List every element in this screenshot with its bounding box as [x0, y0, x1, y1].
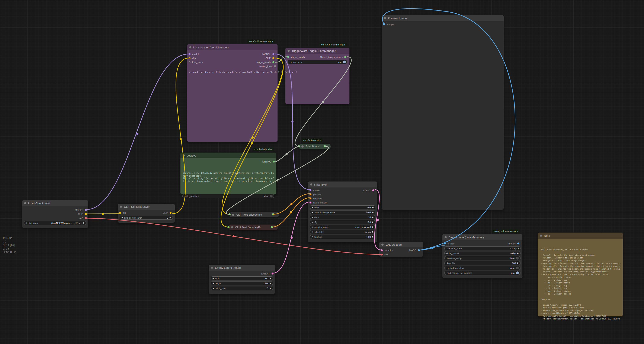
- embed-workflow-toggle[interactable]: embed_workflowfalse: [444, 266, 520, 270]
- node-header[interactable]: Preview Image: [382, 15, 504, 21]
- clip-input-slot[interactable]: [188, 57, 190, 59]
- comfyui-canvas[interactable]: T: 0.00s I: 0 N: 14 [14] V: 28 FPS:58.82…: [0, 0, 644, 344]
- seed-widget[interactable]: ◀seed409▶: [310, 206, 376, 210]
- trigger-words-output-slot[interactable]: [272, 61, 274, 63]
- node-clip-text-encode-negative[interactable]: CLIP Text Encode (Pr: [228, 224, 278, 230]
- quality-widget[interactable]: ◀quality100▶: [444, 261, 520, 265]
- right-arrow-icon[interactable]: ▶: [517, 252, 519, 254]
- scheduler-widget[interactable]: ◀schedulerkarras▶: [310, 230, 376, 234]
- left-arrow-icon[interactable]: ◀: [122, 217, 123, 218]
- prompt-textarea[interactable]: highres, very detailed, amazing quality,…: [182, 172, 274, 196]
- node-note[interactable]: Note Available filename_prefix Pattern C…: [538, 232, 623, 316]
- width-widget[interactable]: ◀width832▶: [211, 276, 273, 280]
- clip-text-encode-1-output-slot[interactable]: [272, 213, 274, 216]
- left-arrow-icon[interactable]: ◀: [312, 216, 313, 218]
- images-input-slot[interactable]: [383, 23, 385, 25]
- toggle-on-icon[interactable]: [516, 272, 519, 274]
- clip-text-encode-2-output-slot[interactable]: [271, 226, 273, 228]
- collapse-dot[interactable]: [288, 50, 290, 52]
- node-header[interactable]: Empty Latent Image: [209, 265, 275, 271]
- node-ksampler[interactable]: KSampler modelLATENT positive negative l…: [308, 181, 378, 242]
- right-arrow-icon[interactable]: ▶: [517, 262, 519, 264]
- right-arrow-icon[interactable]: ▶: [372, 221, 374, 223]
- vae-output-slot[interactable]: [85, 217, 87, 219]
- node-clip-set-last-layer[interactable]: CLIP Set Last Layer clipCLIP ◀stop_at_cl…: [118, 204, 175, 223]
- samples-input-slot[interactable]: [381, 249, 383, 251]
- left-arrow-icon[interactable]: ◀: [26, 222, 27, 224]
- denoise-widget[interactable]: ◀denoise1.00▶: [310, 235, 376, 239]
- sampler-name-widget[interactable]: ◀sampler_nameeuler_ancestral▶: [310, 225, 376, 229]
- height-widget[interactable]: ◀height1216▶: [211, 281, 273, 285]
- note-textarea[interactable]: Available filename_prefix Pattern Codes …: [540, 248, 620, 320]
- left-arrow-icon[interactable]: ◀: [212, 287, 214, 289]
- node-lora-loader[interactable]: Lora Loader (LoraManager) modelMODEL cli…: [187, 44, 278, 142]
- lora-stack-input-slot[interactable]: [188, 61, 190, 63]
- node-vae-decode[interactable]: VAE Decode samplesIMAGE vae: [379, 242, 423, 257]
- left-arrow-icon[interactable]: ◀: [312, 221, 313, 223]
- toggle-off-icon[interactable]: [516, 257, 519, 260]
- left-arrow-icon[interactable]: ◀: [446, 262, 448, 264]
- lora-syntax-text[interactable]: <lora:CreateConcept_Illustrious:0.8> <lo…: [189, 71, 296, 73]
- toggle-on-icon[interactable]: [343, 60, 346, 63]
- collapse-dot[interactable]: [120, 206, 122, 208]
- node-header[interactable]: Note: [538, 233, 623, 239]
- join-strings-input-slot[interactable]: [298, 145, 300, 147]
- toggle-off-icon[interactable]: [270, 195, 272, 198]
- negative-input-slot[interactable]: [310, 198, 312, 200]
- node-header[interactable]: TriggerWord Toggle (LoraManager): [286, 48, 350, 54]
- lossless-webp-toggle[interactable]: lossless_webpfalse: [444, 256, 520, 260]
- latent-output-slot[interactable]: [272, 272, 274, 274]
- model-output-slot[interactable]: [272, 53, 274, 55]
- node-header[interactable]: CLIP Set Last Layer: [118, 204, 175, 210]
- node-triggerword-toggle[interactable]: TriggerWord Toggle (LoraManager) trigger…: [285, 48, 350, 104]
- left-arrow-icon[interactable]: ◀: [312, 211, 313, 213]
- collapse-dot[interactable]: [382, 244, 384, 246]
- left-arrow-icon[interactable]: ◀: [312, 226, 313, 228]
- node-header[interactable]: positive: [180, 153, 276, 158]
- collapse-dot[interactable]: [189, 46, 191, 48]
- group-mode-toggle[interactable]: group_modetrue: [287, 60, 348, 64]
- right-arrow-icon[interactable]: ▶: [170, 217, 171, 218]
- left-arrow-icon[interactable]: ◀: [312, 231, 313, 233]
- model-input-slot[interactable]: [310, 190, 312, 191]
- collapse-dot[interactable]: [24, 202, 26, 204]
- right-arrow-icon[interactable]: ▶: [372, 216, 374, 218]
- image-output-slot[interactable]: [418, 249, 420, 251]
- join-strings-output-slot[interactable]: [324, 145, 326, 147]
- loaded-loras-output-slot[interactable]: [274, 65, 276, 67]
- string-output-slot[interactable]: [273, 160, 275, 162]
- left-arrow-icon[interactable]: ◀: [212, 282, 214, 284]
- cfg-widget[interactable]: ◀cfg8.0▶: [310, 220, 376, 224]
- left-arrow-icon[interactable]: ◀: [312, 236, 313, 238]
- latent-output-slot[interactable]: [372, 190, 374, 191]
- clip-output-slot[interactable]: [85, 213, 87, 215]
- collapse-dot[interactable]: [384, 17, 386, 19]
- toggle-off-icon[interactable]: [516, 266, 519, 269]
- model-input-slot[interactable]: [188, 53, 190, 55]
- strip-newlines-toggle[interactable]: strip_newlinesfalse: [182, 194, 274, 198]
- model-output-slot[interactable]: [85, 209, 87, 211]
- node-header[interactable]: Lora Loader (LoraManager): [187, 44, 278, 50]
- images-input-slot[interactable]: [444, 242, 446, 244]
- node-clip-text-encode-positive[interactable]: CLIP Text Encode (Pr: [229, 212, 279, 218]
- control-after-generate-widget[interactable]: ◀control after generatefixed▶: [310, 210, 376, 214]
- right-arrow-icon[interactable]: ▶: [83, 222, 85, 224]
- node-header[interactable]: Load Checkpoint: [22, 200, 88, 206]
- left-arrow-icon[interactable]: ◀: [212, 278, 214, 280]
- collapse-dot[interactable]: [182, 154, 185, 156]
- node-header[interactable]: KSampler: [308, 182, 377, 188]
- ckpt-name-widget[interactable]: ◀ckpt_nameil\waiNSFWIllustrious_v110.s..…: [24, 221, 86, 225]
- filename-prefix-widget[interactable]: filename_prefixComfyUI: [444, 246, 520, 250]
- right-arrow-icon[interactable]: ▶: [372, 226, 374, 228]
- clip-text-encode-1-input-slot[interactable]: [228, 213, 230, 216]
- add-counter-to-filename-toggle[interactable]: add_counter_to_filenametrue: [444, 271, 520, 275]
- left-arrow-icon[interactable]: ◀: [446, 252, 448, 254]
- file-format-widget[interactable]: ◀file_formatwebp▶: [444, 251, 520, 255]
- images-output-slot[interactable]: [517, 242, 519, 244]
- node-header[interactable]: VAE Decode: [379, 242, 423, 248]
- collapse-dot[interactable]: [232, 214, 234, 216]
- node-load-checkpoint[interactable]: Load Checkpoint MODEL CLIP VAE ◀ckpt_nam…: [22, 200, 88, 228]
- stop-at-clip-layer-widget[interactable]: ◀stop_at_clip_layer-2▶: [120, 216, 173, 220]
- latent-image-input-slot[interactable]: [310, 202, 312, 204]
- clip-output-slot[interactable]: [170, 212, 172, 214]
